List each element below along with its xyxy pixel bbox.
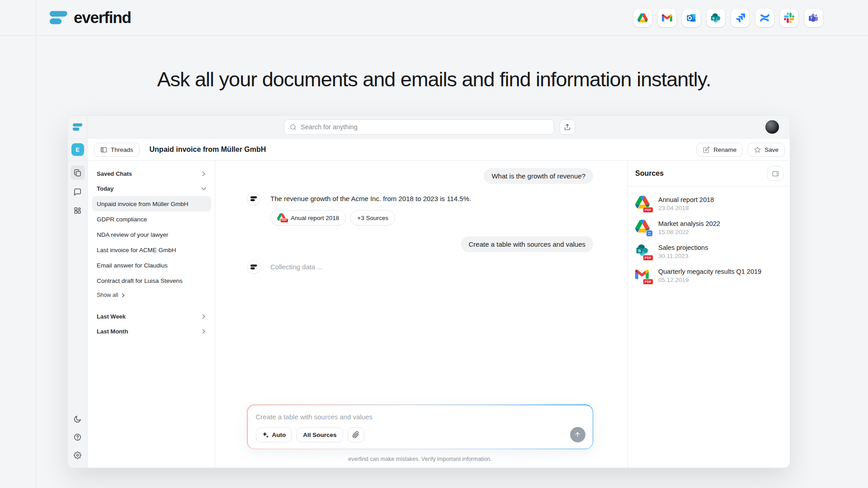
thread-list-item[interactable]: NDA review of your lawyer [92,227,211,242]
sharepoint-icon[interactable] [707,9,725,27]
moon-icon [74,415,81,423]
left-rail: E [68,116,88,468]
search-input[interactable] [301,123,548,131]
auto-mode-button[interactable]: Auto [256,427,292,442]
source-list-item[interactable]: PDF Annual report 2018 23.04.2018 [635,196,783,212]
thread-list-item[interactable]: Unpaid invoice from Müller GmbH [92,196,211,211]
sources-list: PDF Annual report 2018 23.04.2018 [628,187,790,293]
section-last-week[interactable]: Last Week [92,309,211,324]
source-title: Quarterly megacity results Q1 2019 [658,268,761,275]
upload-icon [564,123,571,131]
send-button[interactable] [570,427,585,442]
chevron-right-icon [121,293,126,298]
thread-toolbar: Threads Unpaid invoice from Müller GmbH … [88,139,790,161]
source-date: 15.08.2022 [658,229,720,235]
thread-list-item[interactable]: Contract draft for Luisa Stevens [92,273,211,288]
google-drive-icon[interactable] [633,9,652,27]
help-icon [74,433,81,441]
global-search[interactable] [284,119,554,135]
thread-list-item[interactable]: GDPR compliance [92,211,211,227]
source-list-item[interactable]: PDF Sales projections 30.11.2023 [635,244,783,260]
app-topbar [88,116,790,139]
threads-button-label: Threads [111,146,133,153]
settings-button[interactable] [71,448,85,462]
source-chips: PDF Anual report 2018 +3 Sources [270,210,593,225]
search-icon [290,124,297,131]
pdf-badge: PDF [280,218,288,223]
panel-left-icon [100,146,107,153]
arrow-up-icon [574,431,581,438]
last-week-label: Last Week [97,313,126,320]
help-button[interactable] [71,430,85,444]
google-drive-pdf-icon: PDF [635,196,652,212]
google-drive-pdf-icon: PDF [277,213,287,222]
composer: Auto All Sources [247,404,593,449]
app-window: E [67,115,790,468]
everfind-mark-icon [250,264,257,270]
thread-list-item[interactable]: Email answer for Claudius [92,258,211,273]
user-message: Create a table with sources and values [461,236,593,252]
app-body: Saved Chats Today Unpaid invoice from Mü… [88,161,790,468]
show-all-link[interactable]: Show all [92,288,211,302]
threads-button[interactable]: Threads [94,143,140,157]
section-today[interactable]: Today [92,181,211,196]
composer-controls: Auto All Sources [256,427,585,442]
panel-right-icon [772,170,779,177]
pdf-badge: PDF [643,279,653,285]
rail-badge-cell: E [68,139,87,161]
confluence-icon[interactable] [755,9,774,27]
rail-apps-button[interactable] [71,203,85,218]
source-chip[interactable]: PDF Anual report 2018 [270,210,346,225]
prompt-input[interactable] [256,413,535,421]
sharepoint-pdf-icon: PDF [635,244,652,260]
rail-logo-cell [68,116,87,139]
hero: Ask all your documents and emails and fi… [0,68,868,91]
dark-mode-button[interactable] [71,412,85,426]
section-saved-chats[interactable]: Saved Chats [92,166,211,181]
site-header: everfind [0,0,868,36]
app-main: Threads Unpaid invoice from Müller GmbH … [88,116,790,468]
outlook-icon[interactable] [682,9,701,27]
slack-icon[interactable] [780,9,798,27]
all-sources-button[interactable]: All Sources [297,427,343,442]
disclaimer-text: everfind can make mistakes. Verify impor… [247,456,593,462]
last-month-label: Last Month [97,328,128,335]
rail-bottom-nav [71,412,85,462]
user-avatar[interactable] [765,120,779,134]
assistant-message-text: The revenue growth of the Acme Inc. from… [270,192,471,206]
rename-button[interactable]: Rename [697,143,743,157]
microsoft-teams-icon[interactable] [804,9,823,27]
rail-documents-button[interactable] [71,165,85,180]
everfind-mark-icon [250,196,257,202]
user-message: What is the growth of revenue? [484,168,593,184]
attach-button[interactable] [348,427,364,442]
hero-headline: Ask all your documents and emails and fi… [0,68,868,91]
upload-button[interactable] [560,119,575,135]
section-last-month[interactable]: Last Month [92,324,211,339]
workspace-badge[interactable]: E [71,143,84,156]
threads-panel: Saved Chats Today Unpaid invoice from Mü… [88,161,215,468]
gmail-icon[interactable] [658,9,676,27]
sparkles-icon [262,432,269,438]
sources-title: Sources [635,169,664,178]
saved-chats-label: Saved Chats [97,170,132,177]
integration-icon-row [633,9,823,27]
google-docs-badge-icon [646,230,653,237]
assistant-message-pending: Collecting data ... [247,260,593,274]
gear-icon [74,451,81,459]
source-list-item[interactable]: PDF Quarterly megacity results Q1 2019 0… [635,267,783,284]
everfind-logo: everfind [50,9,131,27]
more-sources-label: +3 Sources [357,215,388,221]
collapse-sources-button[interactable] [767,166,783,181]
more-sources-chip[interactable]: +3 Sources [350,210,395,225]
composer-inner: Auto All Sources [248,405,593,449]
source-list-item[interactable]: Market analysis 2022 15.08.2022 [635,220,783,236]
toolbar-actions: Rename Save [697,143,785,157]
thread-list-item[interactable]: Last invoice for ACME GmbH [92,242,211,258]
chevron-right-icon [201,171,207,177]
rail-chat-button[interactable] [71,184,85,199]
sources-panel: Sources PDF Annual report 201 [627,161,790,468]
jira-icon[interactable] [731,9,750,27]
save-button[interactable]: Save [748,143,785,157]
auto-mode-label: Auto [272,432,286,438]
